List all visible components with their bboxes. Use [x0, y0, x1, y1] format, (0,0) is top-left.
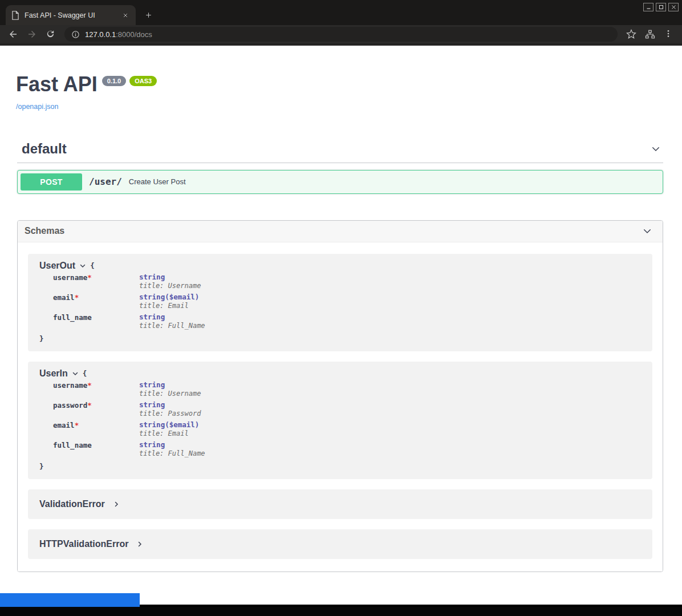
api-info: Fast API 0.1.0 OAS3 /openapi.json: [0, 46, 682, 111]
property-type: string($email): [139, 293, 199, 301]
operation-path: /user/: [89, 176, 122, 187]
property-detail: string title: Username: [139, 273, 201, 290]
model-title: UserOut: [39, 261, 75, 271]
window-controls: [643, 3, 679, 11]
page-title: Fast API: [16, 73, 98, 96]
swagger-page: Fast API 0.1.0 OAS3 /openapi.json defaul…: [0, 46, 682, 605]
open-brace: {: [90, 261, 95, 270]
property-name: username*: [53, 273, 139, 290]
property-detail: string title: Full_Name: [139, 441, 205, 457]
info-icon[interactable]: [71, 30, 80, 39]
model-userin-header[interactable]: UserIn {: [39, 368, 643, 379]
model-title: UserIn: [39, 368, 68, 379]
browser-toolbar: 127.0.0.1:8000/docs: [0, 25, 682, 46]
required-star: *: [87, 381, 92, 390]
property-title: title: Email: [139, 302, 199, 310]
model-title: ValidationError: [39, 499, 105, 509]
model-title: HTTPValidationError: [39, 539, 128, 549]
close-brace: }: [39, 462, 44, 471]
property-type: string: [139, 381, 201, 389]
property-name: password*: [53, 401, 139, 418]
badges: 0.1.0 OAS3: [102, 76, 157, 86]
model-userin: UserIn { username* string title: Usernam…: [28, 362, 652, 479]
model-userout-header[interactable]: UserOut {: [39, 261, 643, 271]
property-row: email* string($email) title: Email: [39, 421, 643, 437]
chevron-down-icon[interactable]: [642, 226, 652, 236]
property-type: string: [139, 273, 201, 281]
tag-title: default: [22, 141, 67, 157]
schemas-section: Schemas UserOut {: [17, 220, 663, 572]
property-detail: string title: Username: [139, 381, 201, 398]
address-bar[interactable]: 127.0.0.1:8000/docs: [64, 27, 618, 42]
close-button[interactable]: [668, 3, 679, 11]
url-path: :8000/docs: [116, 30, 152, 39]
chevron-down-icon[interactable]: [651, 144, 661, 154]
schemas-title: Schemas: [25, 226, 64, 236]
schemas-header[interactable]: Schemas: [18, 221, 663, 242]
model-validationerror[interactable]: ValidationError: [28, 489, 652, 519]
tab-strip: Fast API - Swagger UI: [0, 0, 682, 25]
browser-tab[interactable]: Fast API - Swagger UI: [6, 5, 136, 25]
property-title: title: Username: [139, 390, 201, 398]
property-type: string: [139, 401, 201, 409]
bookmark-star-icon[interactable]: [626, 29, 636, 39]
open-brace: {: [83, 369, 87, 378]
property-title: title: Password: [139, 410, 201, 418]
required-star: *: [87, 401, 92, 410]
version-badge: 0.1.0: [102, 76, 126, 86]
property-name: full_name: [53, 441, 139, 457]
property-row: email* string($email) title: Email: [39, 293, 643, 310]
property-type: string: [139, 313, 205, 321]
property-name: email*: [53, 293, 139, 310]
property-row: full_name string title: Full_Name: [39, 441, 643, 457]
tab-close-icon[interactable]: [121, 11, 130, 20]
operation-summary: Create User Post: [129, 177, 186, 186]
oas3-badge: OAS3: [129, 76, 157, 86]
property-name: full_name: [53, 313, 139, 330]
property-row: username* string title: Username: [39, 273, 643, 290]
property-title: title: Username: [139, 282, 201, 290]
new-tab-button[interactable]: [140, 7, 156, 23]
chevron-down-icon[interactable]: [79, 262, 86, 269]
browser-window: Fast API - Swagger UI: [0, 0, 682, 616]
chevron-down-icon[interactable]: [72, 370, 79, 377]
openapi-spec-link[interactable]: /openapi.json: [16, 103, 58, 111]
kebab-menu-icon[interactable]: [664, 29, 674, 39]
property-detail: string($email) title: Email: [139, 421, 199, 437]
url-host: 127.0.0.1: [85, 30, 116, 39]
status-popup: [0, 593, 140, 607]
minimize-button[interactable]: [643, 3, 653, 11]
api-title-row: Fast API 0.1.0 OAS3: [16, 73, 666, 96]
property-row: username* string title: Username: [39, 381, 643, 398]
back-icon[interactable]: [8, 29, 18, 39]
model-httpvalidationerror[interactable]: HTTPValidationError: [28, 529, 652, 559]
required-star: *: [75, 293, 79, 302]
model-properties: username* string title: Username email* …: [39, 273, 643, 330]
post-method-badge[interactable]: POST: [21, 173, 82, 191]
reload-icon[interactable]: [46, 29, 56, 39]
schemas-body: UserOut { username* string title: Userna…: [18, 242, 663, 572]
opblock-post-user[interactable]: POST /user/ Create User Post: [17, 170, 663, 194]
property-row: password* string title: Password: [39, 401, 643, 418]
property-title: title: Email: [139, 429, 199, 437]
url-text[interactable]: 127.0.0.1:8000/docs: [85, 30, 152, 39]
property-name: username*: [53, 381, 139, 398]
model-userout: UserOut { username* string title: Userna…: [28, 254, 652, 351]
tab-title: Fast API - Swagger UI: [25, 11, 116, 19]
forward-icon[interactable]: [27, 29, 37, 39]
chevron-right-icon[interactable]: [113, 501, 120, 508]
model-properties: username* string title: Username passwor…: [39, 381, 643, 457]
tab-groups-icon[interactable]: [645, 29, 655, 39]
window-bottom-edge: [0, 607, 682, 616]
chevron-right-icon[interactable]: [136, 541, 143, 548]
property-detail: string title: Full_Name: [139, 313, 205, 330]
close-brace: }: [39, 334, 44, 343]
property-title: title: Full_Name: [139, 322, 205, 330]
property-row: full_name string title: Full_Name: [39, 313, 643, 330]
required-star: *: [75, 421, 79, 429]
maximize-button[interactable]: [656, 3, 666, 11]
property-type: string: [139, 441, 205, 449]
tag-section-default[interactable]: default: [17, 134, 663, 163]
property-title: title: Full_Name: [139, 449, 205, 457]
property-detail: string($email) title: Email: [139, 293, 199, 310]
